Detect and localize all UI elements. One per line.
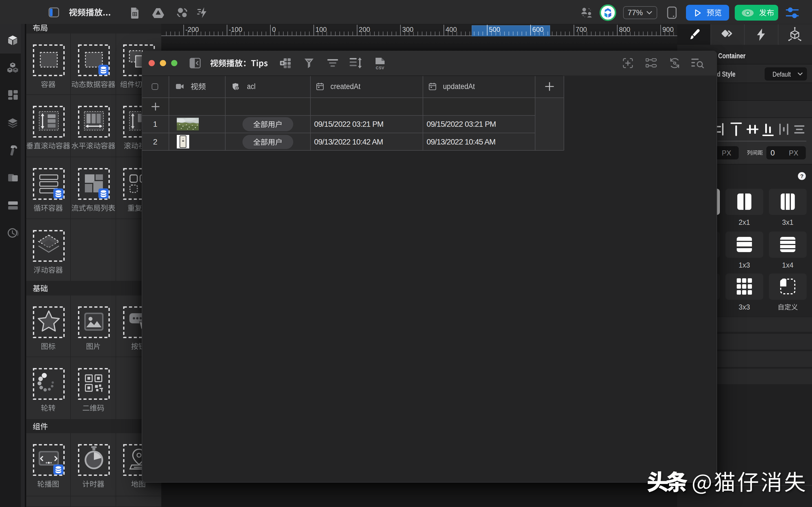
svg-text:?: ?: [800, 173, 804, 179]
svg-text:CSV: CSV: [376, 66, 384, 69]
